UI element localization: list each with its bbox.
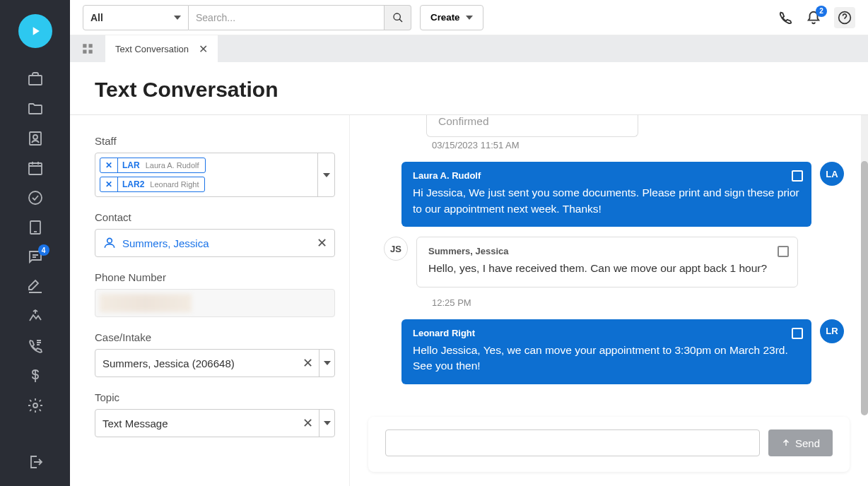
compose-input[interactable] xyxy=(385,429,760,456)
topic-select[interactable]: Text Message ✕ xyxy=(95,409,335,437)
chat-scroll[interactable]: Confirmed 03/15/2023 11:51 AM Laura A. R… xyxy=(350,115,868,417)
logout-icon[interactable] xyxy=(25,452,45,472)
topbar: All Create 2 xyxy=(70,0,868,35)
compose-bar: Send xyxy=(368,417,850,472)
svg-rect-12 xyxy=(89,50,93,54)
message-checkbox[interactable] xyxy=(778,246,789,257)
bell-icon[interactable]: 2 xyxy=(806,10,821,25)
message-row: Leonard Right Hello Jessica, Yes, we can… xyxy=(384,319,844,384)
svg-rect-10 xyxy=(89,44,93,47)
staff-tag: ✕ LAR Laura A. Rudolf xyxy=(100,158,206,173)
chevron-down-icon xyxy=(174,16,181,20)
topic-label: Topic xyxy=(95,391,335,403)
avatar: LR xyxy=(820,319,844,343)
timestamp: 03/15/2023 11:51 AM xyxy=(432,140,844,150)
phone-icon[interactable] xyxy=(778,10,793,25)
filter-select[interactable]: All xyxy=(83,5,189,30)
form-panel: Staff ✕ LAR Laura A. Rudolf ✕ L xyxy=(70,115,349,486)
logo-play-button[interactable] xyxy=(18,14,52,48)
chat-panel: Confirmed 03/15/2023 11:51 AM Laura A. R… xyxy=(349,115,868,486)
tablet-icon[interactable] xyxy=(25,218,45,237)
staff-label: Staff xyxy=(95,135,335,147)
send-button[interactable]: Send xyxy=(768,429,833,456)
filter-value: All xyxy=(90,12,103,23)
svg-rect-3 xyxy=(29,163,42,174)
phone-list-icon[interactable] xyxy=(25,336,45,356)
svg-rect-11 xyxy=(83,50,86,54)
notification-badge: 2 xyxy=(816,6,827,17)
tab-text-conversation[interactable]: Text Conversation ✕ xyxy=(105,35,218,62)
svg-point-4 xyxy=(29,191,42,204)
chevron-down-icon xyxy=(466,16,473,20)
message-sender: Laura A. Rudolf xyxy=(413,170,800,181)
remove-tag-icon[interactable]: ✕ xyxy=(100,177,118,191)
search-input[interactable] xyxy=(189,5,385,30)
message-checkbox[interactable] xyxy=(792,170,803,182)
dollar-icon[interactable] xyxy=(25,366,45,386)
chevron-down-icon[interactable] xyxy=(319,350,334,377)
message-body: Hi Jessica, We just sent you some docume… xyxy=(413,185,800,217)
staff-dropdown-toggle[interactable] xyxy=(317,153,334,196)
message-checkbox[interactable] xyxy=(792,328,803,339)
phone-redacted xyxy=(100,294,192,312)
message-bubble: Leonard Right Hello Jessica, Yes, we can… xyxy=(401,319,811,384)
clear-icon[interactable]: ✕ xyxy=(297,415,319,431)
left-sidebar: 4 xyxy=(0,0,70,486)
case-value: Summers, Jessica (206648) xyxy=(95,357,297,369)
avatar: LA xyxy=(820,162,844,186)
message-row: JS Summers, Jessica Hello, yes, I have r… xyxy=(384,237,844,287)
clear-icon[interactable]: ✕ xyxy=(317,235,327,251)
message-body: Hello Jessica, Yes, we can move your app… xyxy=(413,343,800,374)
svg-point-2 xyxy=(33,135,37,139)
close-icon[interactable]: ✕ xyxy=(199,42,208,56)
svg-point-13 xyxy=(107,238,112,243)
message-body: Hello, yes, I have received them. Can we… xyxy=(428,261,786,276)
case-label: Case/Intake xyxy=(95,331,335,343)
message-sender: Leonard Right xyxy=(413,328,800,338)
contact-value: Summers, Jessica xyxy=(122,237,311,249)
tab-label: Text Conversation xyxy=(115,44,189,54)
folder-icon[interactable] xyxy=(25,99,45,119)
chevron-down-icon[interactable] xyxy=(319,410,334,437)
svg-point-7 xyxy=(394,13,400,20)
staff-tag: ✕ LAR2 Leonard Right xyxy=(100,177,205,192)
contact-label: Contact xyxy=(95,211,335,223)
apps-grid-icon[interactable] xyxy=(70,35,105,62)
remove-tag-icon[interactable]: ✕ xyxy=(100,158,118,172)
svg-point-6 xyxy=(33,403,37,408)
staff-select[interactable]: ✕ LAR Laura A. Rudolf ✕ LAR2 Leonard Rig… xyxy=(95,153,335,197)
message-bubble: Laura A. Rudolf Hi Jessica, We just sent… xyxy=(401,162,811,227)
phone-field xyxy=(95,289,335,317)
tab-row: Text Conversation ✕ xyxy=(70,35,868,62)
clear-icon[interactable]: ✕ xyxy=(297,355,319,371)
search-button[interactable] xyxy=(385,5,411,30)
briefcase-icon[interactable] xyxy=(25,69,45,89)
topic-value: Text Message xyxy=(95,417,297,429)
scrollbar-thumb[interactable] xyxy=(861,161,868,415)
message-row: Laura A. Rudolf Hi Jessica, We just sent… xyxy=(384,162,844,227)
create-button[interactable]: Create xyxy=(420,5,483,30)
svg-rect-1 xyxy=(30,132,41,145)
svg-rect-9 xyxy=(83,44,86,47)
calendar-icon[interactable] xyxy=(25,158,45,178)
svg-rect-0 xyxy=(29,76,42,85)
avatar: JS xyxy=(384,237,408,261)
case-select[interactable]: Summers, Jessica (206648) ✕ xyxy=(95,349,335,377)
phone-label: Phone Number xyxy=(95,271,335,283)
message-bubble: Confirmed xyxy=(426,115,638,137)
message-sender: Summers, Jessica xyxy=(428,246,786,256)
contact-select[interactable]: Summers, Jessica ✕ xyxy=(95,229,335,257)
page-title: Text Conversation xyxy=(70,62,868,114)
contact-card-icon[interactable] xyxy=(25,129,45,148)
analytics-icon[interactable] xyxy=(25,307,45,326)
gear-icon[interactable] xyxy=(25,396,45,415)
pen-icon[interactable] xyxy=(25,277,45,297)
chat-badge: 4 xyxy=(38,244,49,256)
help-icon[interactable] xyxy=(834,7,855,28)
timestamp: 12:25 PM xyxy=(432,297,844,308)
check-circle-icon[interactable] xyxy=(25,188,45,208)
chat-icon[interactable]: 4 xyxy=(25,247,45,267)
message-bubble: Summers, Jessica Hello, yes, I have rece… xyxy=(416,237,798,287)
